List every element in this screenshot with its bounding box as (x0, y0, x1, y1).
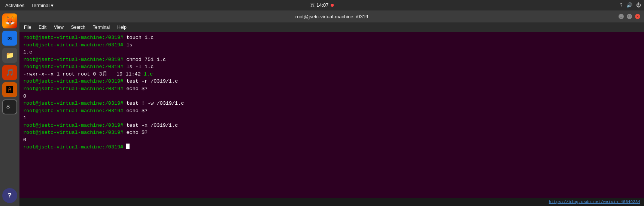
terminal-line: -rwxr-x--x 1 root root 0 3月 19 11:42 1.c (23, 71, 640, 78)
cmd: test ! -w /0319/1.c (123, 100, 184, 107)
cmd: ls -l 1.c (123, 63, 154, 71)
terminal-line: root@jsetc-virtual-machine:/0319# ls (23, 41, 640, 49)
files-icon: 📁 (6, 51, 14, 59)
terminal-line: root@jsetc-virtual-machine:/0319# test -… (23, 122, 640, 129)
prompt: root@jsetc-virtual-machine:/0319# (23, 63, 123, 71)
prompt: root@jsetc-virtual-machine:/0319# (23, 107, 123, 115)
minimize-button[interactable]: _ (619, 14, 624, 19)
output: 1.c (23, 49, 32, 56)
power-icon[interactable]: ⏻ (636, 3, 641, 8)
sidebar-item-music[interactable]: 🎵 (2, 65, 17, 80)
recording-indicator (331, 4, 334, 7)
cmd: ls (123, 41, 132, 49)
sidebar-item-files[interactable]: 📁 (2, 48, 17, 63)
terminal-output[interactable]: root@jsetc-virtual-machine:/0319# touch … (19, 32, 644, 198)
menu-help[interactable]: Help (116, 24, 128, 31)
output: 0 (23, 136, 26, 144)
terminal-menu-button[interactable]: Terminal ▾ (31, 3, 54, 8)
status-bar: https://blog.csdn.net/weixin_48649234 (19, 198, 644, 206)
terminal-line: root@jsetc-virtual-machine:/0319# echo $… (23, 85, 640, 93)
terminal-line: root@jsetc-virtual-machine:/0319# chmod … (23, 56, 640, 64)
panel-center: 五 14:07 (310, 2, 334, 9)
sidebar-item-terminal[interactable]: $_ (2, 99, 17, 114)
prompt: root@jsetc-virtual-machine:/0319# (23, 144, 123, 151)
menu-search[interactable]: Search (70, 24, 87, 31)
cmd: chmod 751 1.c (123, 56, 165, 64)
panel-right: ? 🔊 ⏻ (620, 2, 641, 8)
cursor (126, 144, 130, 149)
terminal-line-active: root@jsetc-virtual-machine:/0319# (23, 144, 640, 151)
sidebar-item-help[interactable]: ? (2, 188, 17, 203)
prompt: root@jsetc-virtual-machine:/0319# (23, 34, 123, 41)
menu-view[interactable]: View (52, 24, 65, 31)
prompt: root@jsetc-virtual-machine:/0319# (23, 41, 123, 49)
menu-file[interactable]: File (22, 24, 33, 31)
terminal-menu-label: Terminal (31, 3, 49, 8)
prompt: root@jsetc-virtual-machine:/0319# (23, 129, 123, 136)
maximize-button[interactable]: □ (627, 14, 632, 19)
cmd: touch 1.c (123, 34, 154, 41)
prompt: root@jsetc-virtual-machine:/0319# (23, 56, 123, 64)
activities-button[interactable]: Activities (3, 2, 27, 9)
cmd: echo $? (123, 129, 148, 136)
terminal-line: 0 (23, 136, 640, 144)
terminal-dropdown-arrow: ▾ (51, 3, 54, 8)
sidebar-item-email[interactable]: ✉ (2, 31, 17, 46)
green-file: 1.c (144, 71, 153, 78)
menu-terminal[interactable]: Terminal (91, 24, 111, 31)
sidebar-item-firefox[interactable]: 🦊 (2, 13, 17, 28)
firefox-icon: 🦊 (5, 16, 15, 26)
cmd: echo $? (123, 85, 148, 93)
help-icon: ? (8, 192, 12, 199)
application-sidebar: 🦊 ✉ 📁 🎵 🅰 $_ ? (0, 10, 19, 206)
prompt: root@jsetc-virtual-machine:/0319# (23, 122, 123, 129)
gnome-panel: Activities Terminal ▾ 五 14:07 ? 🔊 ⏻ (0, 0, 644, 10)
window-title-bar: root@jsetc-virtual-machine: /0319 _ □ ✕ (19, 10, 644, 22)
cmd: test -x /0319/1.c (123, 122, 178, 129)
output: 1 (23, 114, 26, 122)
prompt: root@jsetc-virtual-machine:/0319# (23, 100, 123, 107)
appstore-icon: 🅰 (6, 86, 13, 94)
email-icon: ✉ (8, 34, 12, 42)
terminal-sidebar-icon: $_ (6, 104, 13, 110)
panel-left: Activities Terminal ▾ (3, 2, 54, 9)
music-icon: 🎵 (6, 68, 14, 77)
sidebar-item-appstore[interactable]: 🅰 (2, 82, 17, 97)
datetime-label: 五 14:07 (310, 2, 328, 9)
terminal-line: root@jsetc-virtual-machine:/0319# echo $… (23, 129, 640, 136)
volume-icon: 🔊 (626, 2, 632, 8)
prompt: root@jsetc-virtual-machine:/0319# (23, 85, 123, 93)
window-title: root@jsetc-virtual-machine: /0319 (295, 14, 368, 19)
menu-edit[interactable]: Edit (37, 24, 48, 31)
terminal-line: root@jsetc-virtual-machine:/0319# test !… (23, 100, 640, 107)
output: 0 (23, 93, 26, 100)
terminal-line: root@jsetc-virtual-machine:/0319# echo $… (23, 107, 640, 115)
cmd: echo $? (123, 107, 148, 115)
cmd: test -r /0319/1.c (123, 78, 178, 85)
terminal-menu-bar: File Edit View Search Terminal Help (19, 22, 644, 32)
terminal-line: root@jsetc-virtual-machine:/0319# touch … (23, 34, 640, 41)
terminal-line: 1 (23, 114, 640, 122)
terminal-line: root@jsetc-virtual-machine:/0319# test -… (23, 78, 640, 85)
terminal-line: 1.c (23, 49, 640, 56)
csdn-link[interactable]: https://blog.csdn.net/weixin_48649234 (549, 200, 640, 204)
prompt: root@jsetc-virtual-machine:/0319# (23, 78, 123, 85)
window-controls: _ □ ✕ (619, 14, 640, 19)
terminal-line: root@jsetc-virtual-machine:/0319# ls -l … (23, 63, 640, 71)
output: -rwxr-x--x 1 root root 0 3月 19 11:42 (23, 71, 144, 78)
terminal-line: 0 (23, 93, 640, 100)
cmd (123, 144, 126, 151)
close-button[interactable]: ✕ (635, 14, 640, 19)
question-icon: ? (620, 3, 623, 8)
